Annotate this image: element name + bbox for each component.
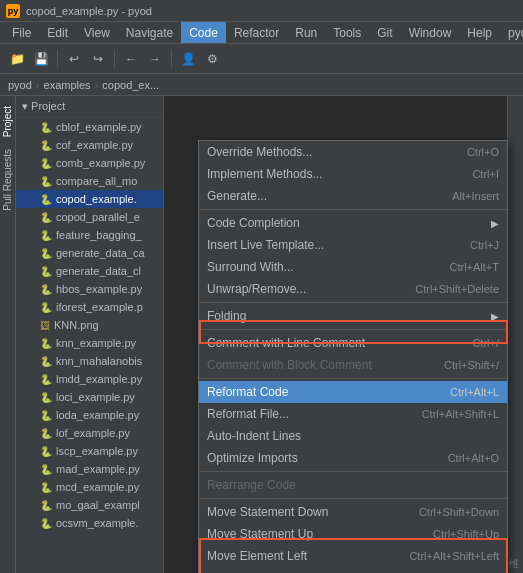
menu-comment-line[interactable]: Comment with Line Comment Ctrl+/ bbox=[199, 332, 507, 354]
toolbar-separator-3 bbox=[171, 50, 172, 68]
breadcrumb-sep-2: › bbox=[95, 79, 99, 91]
left-tabs: Project Pull Requests bbox=[0, 96, 16, 573]
undo-button[interactable]: ↩ bbox=[63, 48, 85, 70]
breadcrumb-part-2[interactable]: examples bbox=[44, 79, 91, 91]
list-item[interactable]: 🐍lmdd_example.py bbox=[16, 370, 163, 388]
file-tree: ▾ Project 🐍cblof_example.py 🐍cof_example… bbox=[16, 96, 164, 573]
main-area: Project Pull Requests ▾ Project 🐍cblof_e… bbox=[0, 96, 523, 573]
list-item[interactable]: 🐍feature_bagging_ bbox=[16, 226, 163, 244]
menu-unwrap-remove[interactable]: Unwrap/Remove... Ctrl+Shift+Delete bbox=[199, 278, 507, 300]
menu-git[interactable]: Git bbox=[369, 22, 400, 43]
user-button[interactable]: 👤 bbox=[177, 48, 199, 70]
dd-separator-6 bbox=[199, 498, 507, 499]
list-item[interactable]: 🐍knn_example.py bbox=[16, 334, 163, 352]
breadcrumb-part-1[interactable]: pyod bbox=[8, 79, 32, 91]
menu-window[interactable]: Window bbox=[401, 22, 460, 43]
save-button[interactable]: 💾 bbox=[30, 48, 52, 70]
menu-override-methods[interactable]: Override Methods... Ctrl+O bbox=[199, 141, 507, 163]
toolbar: 📁 💾 ↩ ↪ ← → 👤 ⚙ bbox=[0, 44, 523, 74]
menu-rearrange-code: Rearrange Code bbox=[199, 474, 507, 496]
menu-pyod[interactable]: pyod bbox=[500, 22, 523, 43]
list-item[interactable]: 🐍hbos_example.py bbox=[16, 280, 163, 298]
list-item[interactable]: 🐍lof_example.py bbox=[16, 424, 163, 442]
dd-separator-2 bbox=[199, 302, 507, 303]
list-item[interactable]: 🐍loda_example.py bbox=[16, 406, 163, 424]
menu-navigate[interactable]: Navigate bbox=[118, 22, 181, 43]
list-item[interactable]: 🐍mcd_example.py bbox=[16, 478, 163, 496]
list-item[interactable]: 🐍cblof_example.py bbox=[16, 118, 163, 136]
menu-move-statement-down[interactable]: Move Statement Down Ctrl+Shift+Down bbox=[199, 501, 507, 523]
project-tab[interactable]: Project bbox=[0, 100, 15, 143]
dd-separator-3 bbox=[199, 329, 507, 330]
forward-button[interactable]: → bbox=[144, 48, 166, 70]
menu-insert-live-template[interactable]: Insert Live Template... Ctrl+J bbox=[199, 234, 507, 256]
breadcrumb-sep-1: › bbox=[36, 79, 40, 91]
list-item[interactable]: 🐍cof_example.py bbox=[16, 136, 163, 154]
menu-bar: File Edit View Navigate Code Refactor Ru… bbox=[0, 22, 523, 44]
toolbar-separator-1 bbox=[57, 50, 58, 68]
dd-separator-4 bbox=[199, 378, 507, 379]
back-button[interactable]: ← bbox=[120, 48, 142, 70]
list-item[interactable]: 🐍generate_data_cl bbox=[16, 262, 163, 280]
list-item[interactable]: 🐍iforest_example.p bbox=[16, 298, 163, 316]
right-tabs bbox=[507, 96, 523, 573]
redo-button[interactable]: ↪ bbox=[87, 48, 109, 70]
menu-run[interactable]: Run bbox=[287, 22, 325, 43]
menu-optimize-imports[interactable]: Optimize Imports Ctrl+Alt+O bbox=[199, 447, 507, 469]
list-item[interactable]: 🐍knn_mahalanobis bbox=[16, 352, 163, 370]
list-item-selected[interactable]: 🐍copod_example. bbox=[16, 190, 163, 208]
list-item[interactable]: 🐍comb_example.py bbox=[16, 154, 163, 172]
code-menu-dropdown[interactable]: Override Methods... Ctrl+O Implement Met… bbox=[198, 140, 508, 573]
menu-folding[interactable]: Folding ▶ bbox=[199, 305, 507, 327]
list-item[interactable]: 🐍mad_example.py bbox=[16, 460, 163, 478]
menu-implement-methods[interactable]: Implement Methods... Ctrl+I bbox=[199, 163, 507, 185]
menu-help[interactable]: Help bbox=[459, 22, 500, 43]
menu-move-element-left[interactable]: Move Element Left Ctrl+Alt+Shift+Left bbox=[199, 545, 507, 567]
list-item[interactable]: 🐍mo_gaal_exampl bbox=[16, 496, 163, 514]
app-icon: py bbox=[6, 4, 20, 18]
open-folder-button[interactable]: 📁 bbox=[6, 48, 28, 70]
breadcrumb-part-3[interactable]: copod_ex... bbox=[102, 79, 159, 91]
list-item[interactable]: 🐍lscp_example.py bbox=[16, 442, 163, 460]
list-item[interactable]: 🐍copod_parallel_e bbox=[16, 208, 163, 226]
tree-header: ▾ Project bbox=[16, 96, 163, 118]
breadcrumb: pyod › examples › copod_ex... bbox=[0, 74, 523, 96]
list-item[interactable]: 🐍ocsvm_example. bbox=[16, 514, 163, 532]
menu-refactor[interactable]: Refactor bbox=[226, 22, 287, 43]
list-item[interactable]: 🐍loci_example.py bbox=[16, 388, 163, 406]
menu-comment-block: Comment with Block Comment Ctrl+Shift+/ bbox=[199, 354, 507, 376]
settings-button[interactable]: ⚙ bbox=[201, 48, 223, 70]
list-item[interactable]: 🐍compare_all_mo bbox=[16, 172, 163, 190]
menu-move-element-right[interactable]: Move Element Right Ctrl+Alt+Shift+Right bbox=[199, 567, 507, 573]
menu-surround-with[interactable]: Surround With... Ctrl+Alt+T bbox=[199, 256, 507, 278]
dd-separator-5 bbox=[199, 471, 507, 472]
list-item[interactable]: 🖼KNN.png bbox=[16, 316, 163, 334]
menu-edit[interactable]: Edit bbox=[39, 22, 76, 43]
list-item[interactable]: 🐍generate_data_ca bbox=[16, 244, 163, 262]
menu-reformat-file[interactable]: Reformat File... Ctrl+Alt+Shift+L bbox=[199, 403, 507, 425]
menu-code[interactable]: Code bbox=[181, 22, 226, 43]
title-bar: py copod_example.py - pyod bbox=[0, 0, 523, 22]
menu-tools[interactable]: Tools bbox=[325, 22, 369, 43]
pull-requests-tab[interactable]: Pull Requests bbox=[0, 143, 15, 217]
menu-reformat-code[interactable]: Reformat Code Ctrl+Alt+L bbox=[199, 381, 507, 403]
menu-view[interactable]: View bbox=[76, 22, 118, 43]
menu-file[interactable]: File bbox=[4, 22, 39, 43]
tree-title: ▾ Project bbox=[22, 100, 65, 113]
menu-move-statement-up[interactable]: Move Statement Up Ctrl+Shift+Up bbox=[199, 523, 507, 545]
menu-auto-indent[interactable]: Auto-Indent Lines bbox=[199, 425, 507, 447]
dd-separator-1 bbox=[199, 209, 507, 210]
menu-generate[interactable]: Generate... Alt+Insert bbox=[199, 185, 507, 207]
title-text: copod_example.py - pyod bbox=[26, 5, 152, 17]
menu-code-completion[interactable]: Code Completion ▶ bbox=[199, 212, 507, 234]
toolbar-separator-2 bbox=[114, 50, 115, 68]
